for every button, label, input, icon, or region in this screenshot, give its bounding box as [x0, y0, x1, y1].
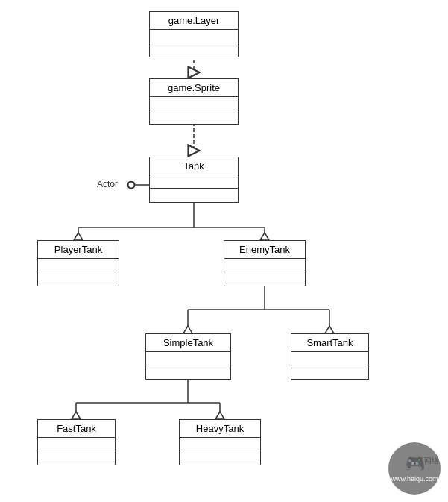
watermark: 🎮 www.heiqu.com: [388, 442, 441, 495]
uml-diagram: game.Layer game.Sprite Tank Actor Player…: [0, 0, 448, 502]
gameSprite-name: game.Sprite: [150, 79, 238, 97]
enemyTank-class: EnemyTank: [224, 240, 306, 286]
gameLayer-class: game.Layer: [149, 11, 239, 57]
smartTank-section1: [291, 352, 368, 365]
playerTank-section1: [38, 259, 119, 272]
heavyTank-name: HeavyTank: [180, 420, 260, 438]
fastTank-section2: [38, 451, 115, 465]
smartTank-name: SmartTank: [291, 334, 368, 352]
tank-section1: [150, 175, 238, 189]
svg-marker-20: [72, 412, 81, 419]
watermark-text: www.heiqu.com: [391, 475, 438, 483]
gameLayer-section1: [150, 30, 238, 43]
svg-marker-22: [215, 412, 224, 419]
tank-name: Tank: [150, 157, 238, 175]
enemyTank-name: EnemyTank: [224, 241, 305, 259]
playerTank-section2: [38, 272, 119, 286]
svg-marker-16: [325, 326, 334, 333]
gameSprite-section1: [150, 97, 238, 110]
fastTank-class: FastTank: [37, 419, 116, 465]
simpleTank-name: SimpleTank: [146, 334, 230, 352]
watermark-brand: 黑区网络: [409, 456, 439, 466]
svg-marker-10: [260, 233, 269, 240]
gameSprite-section2: [150, 110, 238, 124]
heavyTank-section2: [180, 451, 260, 465]
heavyTank-class: HeavyTank: [179, 419, 261, 465]
simpleTank-section2: [146, 365, 230, 379]
enemyTank-section2: [224, 272, 305, 286]
svg-marker-14: [183, 326, 192, 333]
fastTank-section1: [38, 438, 115, 451]
enemyTank-section1: [224, 259, 305, 272]
actor-label: Actor: [97, 179, 118, 189]
gameLayer-name: game.Layer: [150, 12, 238, 30]
gameSprite-class: game.Sprite: [149, 78, 239, 125]
simpleTank-section1: [146, 352, 230, 365]
svg-marker-8: [74, 233, 83, 240]
playerTank-class: PlayerTank: [37, 240, 119, 286]
smartTank-section2: [291, 365, 368, 379]
playerTank-name: PlayerTank: [38, 241, 119, 259]
simpleTank-class: SimpleTank: [145, 333, 231, 380]
tank-class: Tank: [149, 157, 239, 203]
fastTank-name: FastTank: [38, 420, 115, 438]
smartTank-class: SmartTank: [291, 333, 369, 380]
tank-section2: [150, 189, 238, 202]
heavyTank-section1: [180, 438, 260, 451]
gameLayer-section2: [150, 43, 238, 57]
